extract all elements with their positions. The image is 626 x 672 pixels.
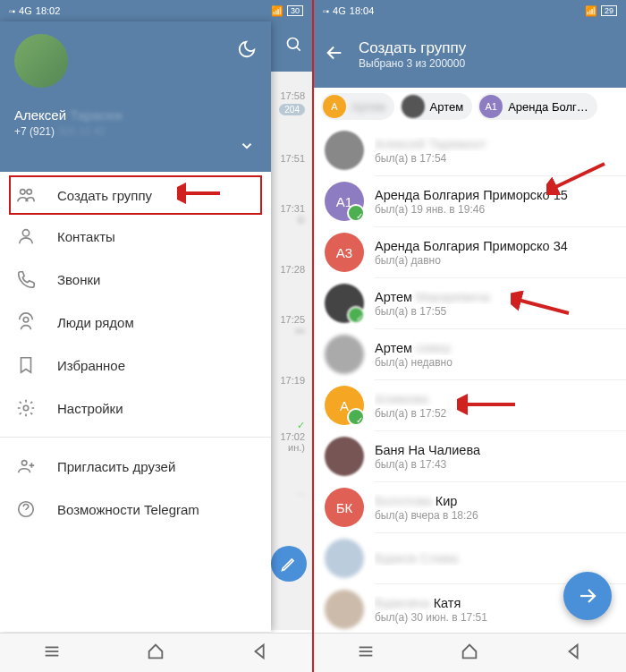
search-icon[interactable]	[285, 36, 303, 58]
wifi-icon: 📶	[585, 5, 597, 17]
contact-status: был(а) 19 янв. в 19:46	[375, 203, 615, 216]
contact-status: был(а) в 17:43	[375, 458, 615, 471]
next-fab[interactable]	[563, 572, 612, 620]
compose-fab[interactable]	[271, 546, 307, 582]
peek-time: 17:58	[280, 90, 305, 101]
contact-name: Бурков Слава	[375, 551, 458, 566]
contact-avatar	[325, 335, 364, 374]
contact-avatar: А1	[325, 182, 364, 221]
peek-time: 17:02	[280, 431, 305, 442]
user-avatar[interactable]	[14, 34, 68, 88]
svg-point-2	[21, 190, 25, 195]
wifi-icon: 📶	[271, 5, 283, 17]
drawer-nearby[interactable]: Люди рядом	[0, 301, 271, 344]
contact-avatar	[325, 539, 364, 578]
svg-point-3	[27, 190, 31, 195]
selected-chips: А Артем Артем А1 Аренда Болг…	[314, 88, 626, 125]
night-mode-icon[interactable]	[237, 39, 257, 64]
invite-icon	[16, 456, 36, 476]
time-label: 18:02	[36, 5, 61, 16]
drawer-settings[interactable]: Настройки	[0, 387, 271, 430]
contact-avatar	[325, 284, 364, 323]
header-title: Создать группу	[359, 39, 466, 57]
annotation-arrow	[457, 394, 520, 415]
svg-point-0	[288, 38, 299, 48]
menu-nav-icon[interactable]	[356, 642, 376, 665]
contact-avatar	[325, 437, 364, 476]
annotation-arrow	[546, 159, 609, 195]
drawer-label: Создать группу	[57, 188, 152, 203]
nearby-icon	[16, 312, 36, 332]
create-group-header: Создать группу Выбрано 3 из 200000	[314, 21, 626, 88]
status-bar: ▫▪ 4G 18:04 📶 29	[314, 0, 626, 21]
contact-name: Катя	[434, 596, 461, 610]
home-nav-icon[interactable]	[460, 642, 479, 665]
call-icon	[16, 269, 36, 289]
drawer-header: Алексей Тарасюк +7 (921) 305 10 40	[0, 21, 271, 172]
contact-row[interactable]: А3 Аренда Болгария Приморско 34был(а) да…	[314, 227, 626, 277]
user-phone: +7 (921)	[14, 125, 55, 138]
peek-time: 17:51	[280, 153, 305, 164]
settings-icon	[16, 398, 36, 418]
contact-status: был(а) давно	[375, 254, 615, 267]
drawer-label: Пригласить друзей	[57, 459, 175, 474]
svg-point-4	[22, 230, 29, 236]
back-nav-icon[interactable]	[564, 642, 584, 665]
divider	[0, 437, 271, 438]
contact-avatar: БК	[325, 488, 364, 527]
drawer-label: Настройки	[57, 401, 123, 416]
chip[interactable]: Артем	[400, 93, 473, 120]
contact-name: Артем	[375, 341, 412, 355]
peek-extra: ин.)	[288, 442, 305, 453]
contact-row[interactable]: БК Болотова Кирбыл(а) вчера в 18:26	[314, 482, 626, 532]
time-label: 18:04	[350, 5, 375, 16]
android-nav-bar	[0, 633, 312, 672]
drawer-help[interactable]: Возможности Telegram	[0, 488, 271, 531]
drawer-calls[interactable]: Звонки	[0, 258, 271, 301]
contact-row[interactable]: Артем севербыл(а) недавно	[314, 329, 626, 379]
signal-icon: ▫▪	[323, 6, 329, 16]
contact-row[interactable]: Артем Макаревичабыл(а) в 17:55	[314, 278, 626, 328]
contact-name: Аренда Болгария Приморско 34	[375, 239, 615, 253]
drawer-label: Контакты	[57, 229, 115, 244]
menu-nav-icon[interactable]	[42, 642, 62, 665]
contact-icon	[16, 226, 36, 246]
contact-name: Алимова	[375, 392, 428, 406]
contact-status: был(а) недавно	[375, 356, 615, 369]
svg-line-18	[518, 300, 569, 313]
net-label: 4G	[333, 5, 346, 16]
contact-name: Баня На Чалиева	[375, 443, 615, 457]
contact-list[interactable]: Алексей Тарямонтбыл(а) в 17:54 А1 Аренда…	[314, 125, 626, 634]
peek-time: 17:31	[280, 203, 305, 214]
unread-badge: 204	[279, 104, 305, 115]
svg-point-6	[23, 405, 29, 411]
header-subtitle: Выбрано 3 из 200000	[359, 57, 466, 70]
peek-time: 17:25	[280, 314, 305, 325]
chip-avatar: А1	[479, 95, 503, 118]
chip[interactable]: А1 Аренда Болг…	[478, 93, 597, 120]
drawer-label: Звонки	[57, 272, 100, 287]
drawer-saved[interactable]: Избранное	[0, 344, 271, 387]
contact-avatar	[325, 131, 364, 170]
contact-avatar	[325, 590, 364, 629]
home-nav-icon[interactable]	[146, 642, 165, 665]
svg-point-5	[23, 318, 29, 323]
drawer-create-group[interactable]: Создать группу	[9, 175, 262, 215]
chip-avatar	[402, 95, 425, 118]
contact-status: был(а) в 17:55	[375, 305, 615, 318]
chip[interactable]: А Артем	[321, 93, 394, 120]
back-nav-icon[interactable]	[250, 642, 270, 665]
drawer-contacts[interactable]: Контакты	[0, 215, 271, 258]
right-phone: ▫▪ 4G 18:04 📶 29 Создать группу Выбрано …	[314, 0, 626, 672]
contact-row[interactable]: Баня На Чалиевабыл(а) в 17:43	[314, 431, 626, 481]
drawer-label: Люди рядом	[57, 315, 134, 330]
drawer-invite[interactable]: Пригласить друзей	[0, 445, 271, 488]
expand-accounts-icon[interactable]	[239, 138, 255, 157]
back-icon[interactable]	[325, 43, 344, 67]
chip-avatar: А	[323, 95, 346, 118]
android-nav-bar	[314, 633, 626, 672]
contact-name: Алексей Тарямонт	[375, 137, 486, 151]
svg-line-17	[554, 164, 605, 188]
chip-label: Артем	[430, 100, 464, 114]
help-icon	[16, 499, 36, 519]
